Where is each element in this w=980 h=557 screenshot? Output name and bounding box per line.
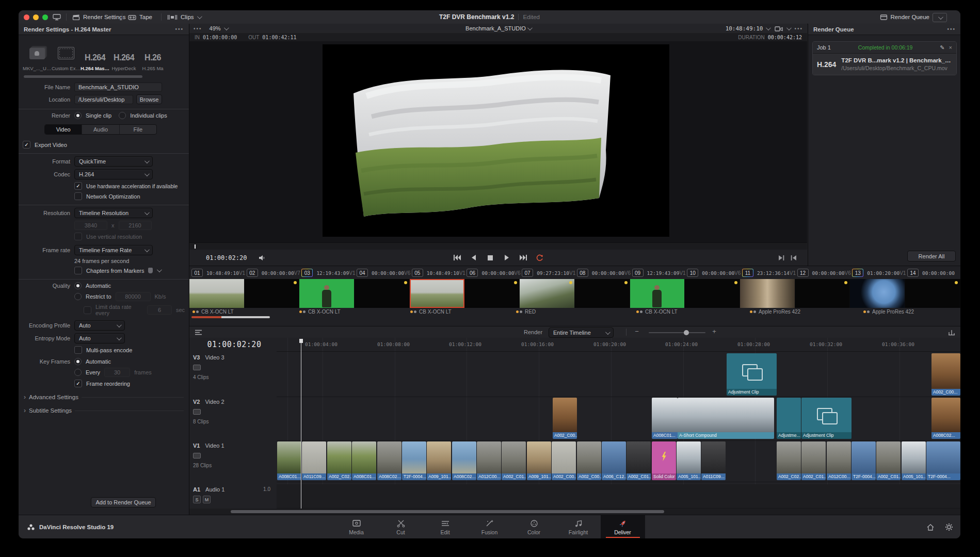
clip-number-badge[interactable]: 08: [577, 269, 588, 277]
timeline-clip[interactable]: Adjustme...: [777, 398, 801, 439]
clip-thumbnail[interactable]: [795, 279, 850, 308]
page-tab[interactable]: Edit: [423, 515, 468, 538]
settings-gear-icon[interactable]: [945, 523, 953, 531]
viewer-playhead-timecode[interactable]: 01:00:02:20: [206, 254, 247, 261]
clip-number-badge[interactable]: 07: [522, 269, 533, 277]
browse-button[interactable]: Browse: [136, 94, 162, 104]
track-header-a1[interactable]: A1Audio 1 1.0 S M: [193, 486, 270, 503]
marker-color-icon[interactable]: [148, 268, 153, 273]
clip-number-badge[interactable]: 05: [412, 269, 423, 277]
timeline-clip[interactable]: A008C02...: [931, 398, 960, 439]
page-tab[interactable]: Media: [334, 515, 379, 538]
clip-thumbnail[interactable]: [520, 279, 575, 308]
clip-thumbnail[interactable]: [905, 279, 960, 308]
keyframes-every-radio[interactable]: [74, 369, 82, 376]
render-settings-tab[interactable]: Video: [45, 125, 82, 134]
clip-thumbnail[interactable]: [740, 279, 795, 308]
timeline-clip[interactable]: A011C09...: [302, 441, 326, 480]
timeline-ruler[interactable]: 01:00:04:0001:00:08:0001:00:12:0001:00:1…: [277, 338, 960, 352]
render-all-button[interactable]: Render All: [907, 251, 956, 261]
render-preset[interactable]: H.264 H.264 Master: [82, 41, 108, 71]
timeline-clip[interactable]: A-Short Compound: [678, 398, 774, 439]
render-preset[interactable]: MKV_..._UHD: [24, 41, 51, 71]
clip-thumbnail[interactable]: [189, 279, 245, 308]
clip-number-badge[interactable]: 12: [797, 269, 809, 277]
timeline-clip[interactable]: A008C01...: [652, 398, 678, 439]
keyframes-auto-radio[interactable]: [74, 358, 82, 365]
subtitle-settings-disclosure[interactable]: ›Subtitle Settings: [24, 407, 189, 414]
clip-thumbnail[interactable]: [410, 279, 465, 308]
zoom-in-button[interactable]: +: [710, 327, 719, 335]
clip-number-badge[interactable]: 09: [632, 269, 644, 277]
timeline-clip[interactable]: T2F-0004...: [852, 441, 876, 480]
vertical-res-checkbox[interactable]: ✓: [74, 233, 82, 240]
render-job[interactable]: Job 1 Completed in 00:06:19 ✎ × H.264 T2…: [812, 41, 957, 75]
clip-thumbnail[interactable]: [630, 279, 685, 308]
clip-number-badge[interactable]: 14: [907, 269, 919, 277]
frame-rate-select[interactable]: Timeline Frame Rate: [74, 245, 153, 255]
auto-select-icon[interactable]: [193, 409, 201, 415]
clip-number-badge[interactable]: 04: [357, 269, 368, 277]
timeline-clip[interactable]: A002_C00...: [553, 398, 577, 439]
timeline-clip[interactable]: A008C02...: [377, 441, 401, 480]
page-tab[interactable]: Deliver: [601, 515, 645, 538]
timeline-clip[interactable]: T2F-0004...: [402, 441, 426, 480]
timeline-clip[interactable]: A009_101...: [427, 441, 451, 480]
render-preset[interactable]: H.26 H.265 Ma: [139, 41, 166, 71]
track-v1[interactable]: A008C01... A011C09... A002_C02... A008C0…: [277, 440, 960, 482]
timeline-tracks-area[interactable]: 01:00:04:0001:00:08:0001:00:12:0001:00:1…: [277, 338, 960, 509]
clip-thumbnail[interactable]: [685, 279, 740, 308]
restrict-value-input[interactable]: 80000: [116, 292, 151, 301]
clip-number-badge[interactable]: 06: [467, 269, 478, 277]
page-tab[interactable]: Color: [512, 515, 556, 538]
play-to-out-button[interactable]: [775, 253, 788, 263]
last-frame-button[interactable]: [517, 253, 529, 263]
page-tab[interactable]: Fusion: [468, 515, 512, 538]
res-height-input[interactable]: 2160: [119, 221, 152, 230]
clip-number-badge[interactable]: 02: [247, 269, 258, 277]
render-settings-tab[interactable]: File: [120, 125, 156, 134]
render-settings-tab[interactable]: Audio: [82, 125, 119, 134]
viewer-jog-bar[interactable]: [189, 242, 807, 250]
timeline-zoom-slider[interactable]: [649, 332, 705, 333]
auto-select-icon[interactable]: [193, 453, 201, 458]
quality-auto-radio[interactable]: [74, 282, 82, 289]
audio-mute-icon[interactable]: [256, 253, 268, 263]
panel-options-icon[interactable]: •••: [175, 26, 184, 32]
preset-scrollbar[interactable]: [24, 75, 142, 78]
render-preset[interactable]: Custom Export: [53, 41, 79, 71]
clip-thumbnail[interactable]: [299, 279, 355, 308]
track-header-v1[interactable]: V1Video 1 28 Clips: [193, 443, 276, 468]
timeline-clip[interactable]: A002_C01...: [502, 441, 526, 480]
chevron-down-icon[interactable]: [157, 267, 162, 272]
clip-number-badge[interactable]: 13: [852, 269, 863, 277]
render-queue-toggle[interactable]: Render Queue: [880, 10, 929, 24]
entropy-mode-select[interactable]: Auto: [74, 333, 125, 343]
clip-thumbnail[interactable]: [355, 279, 410, 308]
timeline-view-options-icon[interactable]: [948, 329, 955, 336]
location-input[interactable]: /Users/uli/Desktop: [74, 95, 133, 104]
timeline-clip[interactable]: A005_101...: [677, 441, 701, 480]
quality-restrict-radio[interactable]: [74, 293, 82, 300]
page-tab[interactable]: Cut: [379, 515, 423, 538]
hw-accel-checkbox[interactable]: ✓: [74, 182, 82, 190]
track-v2[interactable]: A002_C00... A008C01... A-Short Compound …: [277, 397, 960, 441]
individual-clips-radio[interactable]: [119, 112, 126, 119]
timeline-horizontal-scrollbar[interactable]: [189, 509, 960, 515]
timeline-clip[interactable]: A011C09...: [701, 441, 726, 480]
timeline-clip[interactable]: Adjustment Clip: [801, 398, 852, 439]
clip-number-badge[interactable]: 01: [191, 269, 203, 277]
limit-rate-checkbox[interactable]: ✓: [84, 306, 91, 314]
clip-thumbnail[interactable]: [245, 279, 300, 308]
timeline-clip[interactable]: T2F-0004...: [926, 441, 960, 480]
jog-playhead[interactable]: [195, 244, 196, 249]
timeline-clip[interactable]: A002_C01...: [626, 441, 651, 480]
timeline-clip[interactable]: Adjustment Clip: [727, 353, 777, 396]
encoding-profile-select[interactable]: Auto: [74, 320, 125, 331]
keyframes-value-input[interactable]: 30: [104, 368, 130, 377]
track-v3[interactable]: Adjustment Clip A002_C00...: [277, 352, 960, 397]
file-name-input[interactable]: Benchmark_A_STUDIO: [74, 83, 162, 92]
clip-number-badge[interactable]: 11: [742, 269, 753, 277]
timeline-clip[interactable]: A002_C02...: [327, 441, 351, 480]
timeline-playhead-timecode[interactable]: 01:00:02:20: [193, 339, 276, 350]
